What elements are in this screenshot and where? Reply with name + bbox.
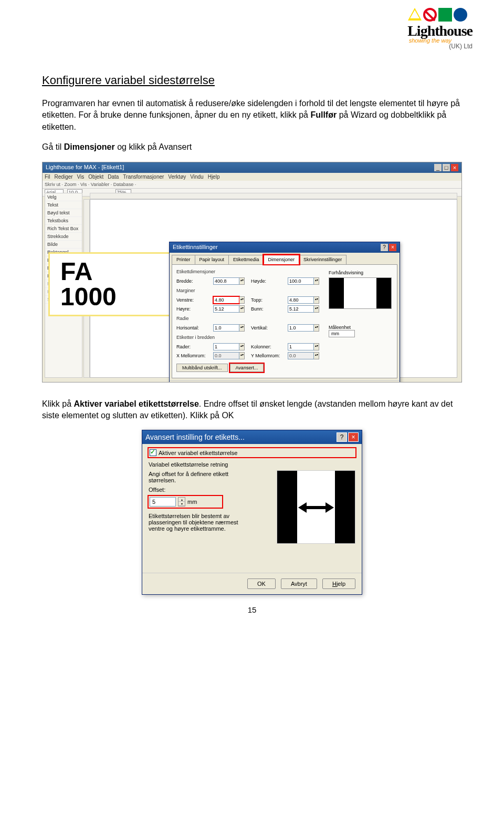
brand-logo: Lighthouse showing the way (UK) Ltd (407, 8, 472, 50)
direction-label: Variabel etikettstørrelse retning (149, 461, 355, 468)
spinner-icon[interactable]: ▴▾ (178, 497, 185, 507)
tab-printer-settings[interactable]: Skriverinnstillinger (299, 255, 346, 264)
ok-button[interactable]: OK (247, 578, 276, 589)
height-input[interactable] (288, 277, 314, 285)
label-settings-dialog: Etikettinnstillinger ?× Printer Papir la… (169, 242, 400, 383)
xgap-input[interactable] (213, 352, 239, 359)
bottom-margin-input[interactable] (288, 305, 314, 313)
size-description: Etikettstørrelsen blir bestemt av plasse… (149, 513, 254, 532)
tab-panel: Etikettdimensjoner Bredde: ▴▾ Høyde: ▴▾ … (172, 264, 397, 378)
minimize-icon: _ (434, 164, 442, 171)
menu-bar[interactable]: FilRedigerVisObjektDataTransformasjonerV… (43, 173, 461, 181)
tab-paper-layout[interactable]: Papir layout (195, 255, 229, 264)
direction-preview (277, 470, 355, 544)
offset-input-row: ▴▾ mm (149, 496, 222, 508)
dialog-titlebar: Avansert instilling for etiketts... ? × (142, 430, 362, 444)
paragraph-2: Gå til Dimensjoner og klikk på Avansert (42, 141, 462, 153)
triangle-icon (408, 8, 422, 20)
tab-label-media[interactable]: Etikettmedia (228, 255, 264, 264)
screenshot-label-settings: Lighthouse for MAX - [Etikett1] _□× FilR… (42, 162, 462, 383)
advanced-button[interactable]: Avansert... (230, 364, 264, 372)
screenshot-advanced-dialog: Avansert instilling for etiketts... ? × … (142, 430, 362, 595)
rows-input[interactable] (213, 343, 239, 350)
toolbar-row-1[interactable]: Skriv ut · Zoom · Vis · Variabler · Data… (43, 181, 461, 189)
help-icon[interactable]: ? (337, 432, 347, 442)
circle-icon (454, 8, 467, 22)
v-radius-input[interactable] (288, 324, 314, 332)
offset-input[interactable] (150, 497, 176, 507)
left-margin-input[interactable] (213, 296, 239, 304)
app-titlebar: Lighthouse for MAX - [Etikett1] _□× (43, 162, 461, 173)
ygap-input[interactable] (288, 352, 314, 359)
close-icon[interactable]: × (389, 244, 396, 251)
dialog-tabs[interactable]: Printer Papir layout Etikettmedia Dimens… (170, 253, 400, 264)
arrow-right-icon (326, 502, 334, 513)
brand-suffix: (UK) Ltd (407, 43, 472, 50)
ruler-horizontal (90, 193, 457, 199)
close-icon[interactable]: × (348, 432, 359, 442)
enable-variable-size-row[interactable]: Aktiver variabel etikettstørrelse (149, 448, 355, 457)
preview-thumbnail (329, 277, 392, 309)
page-heading: Konfigurere variabel sidestørrelse (42, 74, 462, 87)
page-number: 15 (42, 605, 462, 614)
help-icon[interactable]: ? (381, 244, 388, 251)
dialog-titlebar: Etikettinnstillinger ?× (170, 242, 400, 253)
close-icon: × (451, 164, 458, 171)
checkbox-icon[interactable] (150, 449, 156, 456)
offset-description: Angi offset for å definere etikett størr… (149, 471, 254, 483)
paragraph-3: Klikk på Aktiver variabel etikettstørrel… (42, 398, 462, 422)
unit-select[interactable]: mm (329, 330, 355, 337)
paragraph-1: Programvaren har evnen til automatisk å … (42, 98, 462, 133)
right-margin-input[interactable] (213, 305, 239, 313)
maximize-icon: □ (443, 164, 450, 171)
window-buttons[interactable]: _□× (433, 164, 458, 171)
prohibit-icon (423, 8, 437, 22)
help-button[interactable]: HHjelpjelp (322, 578, 355, 589)
cols-input[interactable] (288, 343, 314, 350)
canvas[interactable]: FA 1000 Etikettinnstillinger ?× Printer … (90, 199, 457, 378)
width-input[interactable] (213, 277, 239, 285)
top-margin-input[interactable] (288, 296, 314, 304)
square-icon (438, 8, 452, 22)
tab-dimensions[interactable]: Dimensjoner (264, 255, 300, 264)
tab-printer[interactable]: Printer (172, 255, 195, 264)
label-preview: FA 1000 (48, 252, 181, 316)
h-radius-input[interactable] (213, 324, 239, 332)
multiband-button[interactable]: Multibånd utskrift... (176, 364, 228, 372)
cancel-button[interactable]: Avbryt (281, 578, 317, 589)
